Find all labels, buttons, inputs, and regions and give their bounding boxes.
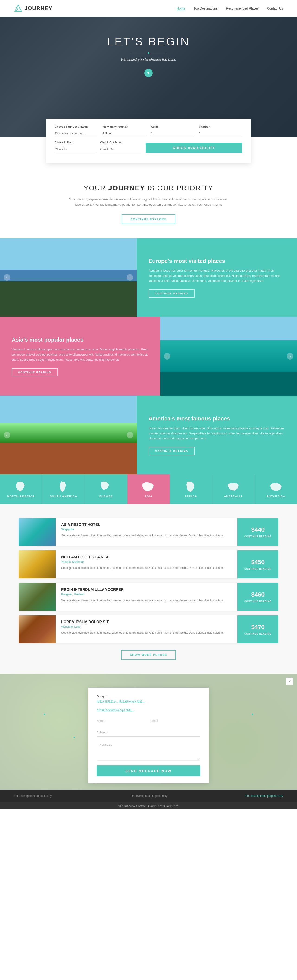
- hotel-desc-4: Sed egestas, odio nec bibendum mattis, q…: [61, 631, 232, 635]
- map-link-1[interactable]: 此图片在此显示，地址通Google 地图。: [97, 700, 200, 703]
- google-badge: Google: [97, 695, 200, 698]
- contact-message-input[interactable]: [97, 740, 200, 761]
- show-more-places-button[interactable]: SHOW MORE PLACES: [121, 650, 176, 660]
- hotel-price-box-3[interactable]: $460 CONTINUE READING: [237, 583, 278, 611]
- logo-text: JOURNEY: [25, 5, 53, 11]
- map-link-2[interactable]: 您我路线指南到Google 地图。: [97, 708, 200, 712]
- featured-section: ‹ › Europe's most visited places Aenean …: [0, 238, 297, 474]
- america-continue-button[interactable]: CONTINUE READING: [148, 447, 195, 455]
- hero-divider: [107, 52, 190, 54]
- logo-icon: [14, 4, 22, 13]
- asia-text: Vivamus in massa ullamcorper nunc auctor…: [11, 347, 148, 362]
- check-availability-button[interactable]: CHECK AVAILABILITY: [146, 143, 242, 153]
- priority-title-brand: JOURNEY: [108, 184, 145, 192]
- map-expand-button[interactable]: ⤢: [286, 678, 293, 685]
- hotel-price-box-2[interactable]: $450 CONTINUE READING: [237, 550, 278, 578]
- contact-card: Google 此图片在此显示，地址通Google 地图。 您我路线指南到Goog…: [88, 688, 209, 783]
- priority-title-end: IS OUR PRIORITY: [145, 184, 213, 192]
- africa-label: AFRICA: [185, 495, 197, 498]
- footer: For development purpose only For develop…: [0, 790, 297, 802]
- asia-continue-button[interactable]: CONTINUE READING: [11, 368, 58, 376]
- north-america-icon: [14, 481, 28, 493]
- asia-icon: [142, 481, 155, 493]
- continue-explore-button[interactable]: CONTINUE EXPLORE: [121, 215, 175, 224]
- hotel-desc-2: Sed egestas, odio nec bibendum mattis, q…: [61, 566, 232, 570]
- priority-body: Nullam auctor, sapien sit amet lacinia e…: [67, 197, 230, 207]
- rooms-label: How many rooms?: [103, 125, 146, 129]
- asia-prev-button[interactable]: ‹: [164, 353, 170, 360]
- continent-europe[interactable]: EUROPE: [85, 474, 128, 504]
- hotel-name-1: ASIA RESORT HOTEL: [61, 523, 232, 527]
- priority-title: YOUR JOURNEY IS OUR PRIORITY: [28, 184, 269, 192]
- continent-australia[interactable]: AUSTRALIA: [212, 474, 255, 504]
- asia-label: ASIA: [145, 495, 152, 498]
- children-label: Children: [199, 125, 242, 129]
- hotel-price-box-4[interactable]: $470 CONTINUE READING: [237, 616, 278, 643]
- continent-south-america[interactable]: SOUTH AMERICA: [43, 474, 85, 504]
- hotel-image-1: [19, 518, 56, 546]
- europe-text: Aenean in lacus nec dolor fermentum cong…: [148, 268, 286, 283]
- contact-subject-input[interactable]: [97, 728, 200, 737]
- rooms-select[interactable]: 1 Room 2 Rooms: [103, 130, 146, 137]
- checkout-input[interactable]: [100, 146, 141, 153]
- adult-select[interactable]: 1 2: [151, 130, 194, 137]
- checkin-field: Check In Date: [55, 141, 96, 153]
- nav-item-home[interactable]: Home: [177, 6, 185, 11]
- hotel-location-1: Singapore: [61, 528, 232, 531]
- hotel-name-3: PROIN INTERDUM ULLAMCORPER: [61, 588, 232, 592]
- contact-name-input[interactable]: [97, 717, 147, 725]
- hotel-price-3: $460: [251, 591, 265, 598]
- footer-link-right[interactable]: For development purpose only: [246, 794, 283, 798]
- destination-field: Choose Your Destination: [55, 125, 98, 137]
- continent-asia[interactable]: ASIA: [128, 474, 170, 504]
- watermark-bar: 访问http://bbs.fenloo.com更多精彩内容 更多精彩内容: [0, 802, 297, 810]
- adult-label: Adult: [151, 125, 194, 129]
- hotel-item-2: NULLAM EGET EST A NISL Yangon, Myanmar S…: [19, 550, 278, 578]
- asia-next-button[interactable]: ›: [287, 353, 293, 360]
- nav-item-contact[interactable]: Contact Us: [267, 6, 283, 10]
- australia-icon: [227, 481, 240, 493]
- contact-form-row-2: [97, 728, 200, 737]
- navbar: JOURNEY Home Top Destinations Recommende…: [0, 0, 297, 17]
- continent-antartica[interactable]: ANTARTICA: [255, 474, 297, 504]
- america-text: Donec leo semper diam, diam cursus ante.…: [148, 426, 286, 441]
- priority-title-start: YOUR: [84, 184, 108, 192]
- logo[interactable]: JOURNEY: [14, 4, 53, 13]
- america-image: ‹ ›: [0, 396, 137, 474]
- america-next-button[interactable]: ›: [127, 432, 133, 438]
- hero-subtitle: We assist you to choose the best.: [107, 58, 190, 62]
- contact-email-input[interactable]: [150, 717, 200, 725]
- europe-prev-button[interactable]: ‹: [4, 274, 10, 281]
- europe-continue-button[interactable]: CONTINUE READING: [148, 289, 195, 298]
- antartica-label: ANTARTICA: [267, 495, 285, 498]
- hotel-price-1: $440: [251, 526, 265, 533]
- send-message-button[interactable]: SEND MESSAGE NOW: [97, 765, 200, 776]
- priority-section: YOUR JOURNEY IS OUR PRIORITY Nullam auct…: [0, 163, 297, 238]
- nav-item-top-destinations[interactable]: Top Destinations: [193, 6, 218, 10]
- scroll-down-button[interactable]: [144, 69, 153, 77]
- booking-row-1: Choose Your Destination How many rooms? …: [55, 125, 242, 137]
- nav-item-recommended[interactable]: Recommended Places: [226, 6, 259, 10]
- hotel-price-box-1[interactable]: $440 CONTINUE READING: [237, 518, 278, 546]
- america-title: America's most famous places: [148, 415, 286, 422]
- nav-menu: Home Top Destinations Recommended Places…: [177, 6, 283, 10]
- america-prev-button[interactable]: ‹: [4, 432, 10, 438]
- hotel-location-3: Bangkok, Thailand: [61, 593, 232, 596]
- divider-dot: [148, 52, 149, 54]
- checkout-field: Check Out Date: [100, 141, 141, 153]
- continent-africa[interactable]: AFRICA: [170, 474, 212, 504]
- europe-content: Europe's most visited places Aenean in l…: [137, 238, 297, 317]
- continent-north-america[interactable]: NORTH AMERICA: [0, 474, 43, 504]
- hotels-section: ASIA RESORT HOTEL Singapore Sed egestas,…: [0, 504, 297, 674]
- children-select[interactable]: 0 1: [199, 130, 242, 137]
- hotel-continue-2: CONTINUE READING: [244, 568, 271, 570]
- hotel-info-1: ASIA RESORT HOTEL Singapore Sed egestas,…: [56, 518, 237, 546]
- checkin-input[interactable]: [55, 146, 96, 153]
- hotel-image-4: [19, 616, 56, 643]
- europe-next-button[interactable]: ›: [127, 274, 133, 281]
- destination-input[interactable]: [55, 130, 98, 137]
- hero-content: LET'S BEGIN We assist you to choose the …: [107, 35, 190, 77]
- hotel-image-3: [19, 583, 56, 611]
- footer-copy-left: For development purpose only: [14, 794, 51, 798]
- antartica-icon: [269, 481, 283, 493]
